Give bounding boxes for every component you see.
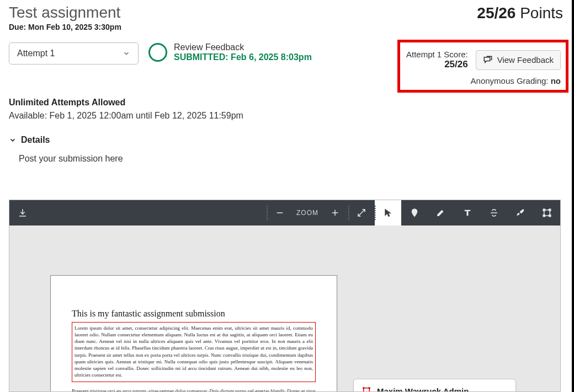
fullscreen-button[interactable] <box>348 200 375 225</box>
svg-rect-9 <box>364 388 370 391</box>
pin-tool[interactable] <box>401 200 428 225</box>
view-feedback-label: View Feedback <box>497 55 554 65</box>
anonymous-grading-line: Anonymous Grading: no <box>471 76 561 85</box>
attempt-score-label: Attempt 1 Score: <box>406 50 468 59</box>
view-feedback-button[interactable]: View Feedback <box>476 50 561 70</box>
zoom-label: ZOOM <box>293 200 322 225</box>
document-viewer: ZOOM <box>9 200 561 392</box>
area-tool[interactable] <box>534 200 560 225</box>
plus-icon <box>330 208 340 218</box>
strikeout-tool[interactable] <box>481 200 507 225</box>
zoom-out-button[interactable] <box>267 200 293 225</box>
download-button[interactable] <box>9 200 36 225</box>
details-toggle[interactable]: Details <box>0 121 572 145</box>
assignment-title: Test assignment <box>9 4 121 22</box>
minus-icon <box>275 208 285 218</box>
viewer-toolbar: ZOOM <box>9 200 560 225</box>
submitted-label: SUBMITTED: <box>174 52 228 62</box>
document-paragraph-1: Lorem ipsum dolor sit amet, consectetur … <box>75 325 313 378</box>
brush-icon <box>515 208 525 218</box>
anonymous-grading-label: Anonymous Grading: <box>471 76 549 85</box>
cursor-icon <box>383 208 393 218</box>
document-paragraph-2: Praesent tristique orci eu arcu rutrum, … <box>72 388 316 391</box>
area-annotation-icon <box>362 386 371 391</box>
due-prefix: Due: <box>9 23 28 31</box>
attempt-selector[interactable]: Attempt 1 <box>9 42 139 65</box>
due-value: Mon Feb 10, 2025 3:30pm <box>28 23 121 31</box>
zoom-in-button[interactable] <box>322 200 348 225</box>
svg-rect-6 <box>549 209 551 211</box>
svg-rect-5 <box>543 209 545 211</box>
points-word: Points <box>520 4 563 22</box>
speech-bubble-icon <box>483 55 493 65</box>
availability-line: Available: Feb 1, 2025 12:00am until Feb… <box>9 111 563 121</box>
attempt-score-value: 25/26 <box>406 59 468 70</box>
text-icon <box>463 208 472 218</box>
text-tool[interactable] <box>454 200 481 225</box>
available-range: Feb 1, 2025 12:00am until Feb 12, 2025 1… <box>50 111 243 120</box>
pointer-tool[interactable] <box>375 200 401 225</box>
available-prefix: Available: <box>9 111 50 120</box>
expand-icon <box>357 208 366 218</box>
details-body: Post your submission here <box>0 145 572 164</box>
download-icon <box>18 208 28 218</box>
svg-rect-11 <box>369 387 370 389</box>
chevron-down-icon <box>9 136 17 144</box>
draw-tool[interactable] <box>507 200 534 225</box>
submitted-value: Feb 6, 2025 8:03pm <box>231 52 312 62</box>
score-value: 25/26 <box>477 4 515 22</box>
svg-rect-10 <box>363 387 364 389</box>
document-page: This is my fantastic assignment submissi… <box>50 275 337 391</box>
document-title: This is my fantastic assignment submissi… <box>72 309 316 319</box>
highlight-tool[interactable] <box>428 200 454 225</box>
svg-rect-8 <box>549 215 551 217</box>
status-circle-icon <box>148 43 167 62</box>
attempt-selected-label: Attempt 1 <box>17 49 55 58</box>
document-canvas[interactable]: This is my fantastic assignment submissi… <box>9 225 560 391</box>
anonymous-grading-value: no <box>551 76 561 85</box>
svg-rect-7 <box>543 215 545 217</box>
submission-status: Review Feedback SUBMITTED: Feb 6, 2025 8… <box>148 42 312 62</box>
unlimited-attempts-label: Unlimited Attempts Allowed <box>9 98 563 108</box>
strikethrough-icon <box>489 208 499 218</box>
annotation-comment[interactable]: Maxim Wawruck Admin Check grammar <box>353 379 516 391</box>
points-display: 25/26 Points <box>477 4 563 22</box>
area-select-icon <box>542 208 552 218</box>
comment-author: Maxim Wawruck Admin <box>377 386 469 392</box>
review-feedback-label: Review Feedback <box>174 42 312 52</box>
details-heading: Details <box>21 135 50 145</box>
annotation-area-box[interactable]: Lorem ipsum dolor sit amet, consectetur … <box>72 322 316 382</box>
due-date: Due: Mon Feb 10, 2025 3:30pm <box>9 23 121 31</box>
chevron-down-icon <box>123 50 130 57</box>
submitted-line: SUBMITTED: Feb 6, 2025 8:03pm <box>174 52 312 62</box>
highlighter-icon <box>436 208 446 218</box>
pin-icon <box>410 208 419 218</box>
